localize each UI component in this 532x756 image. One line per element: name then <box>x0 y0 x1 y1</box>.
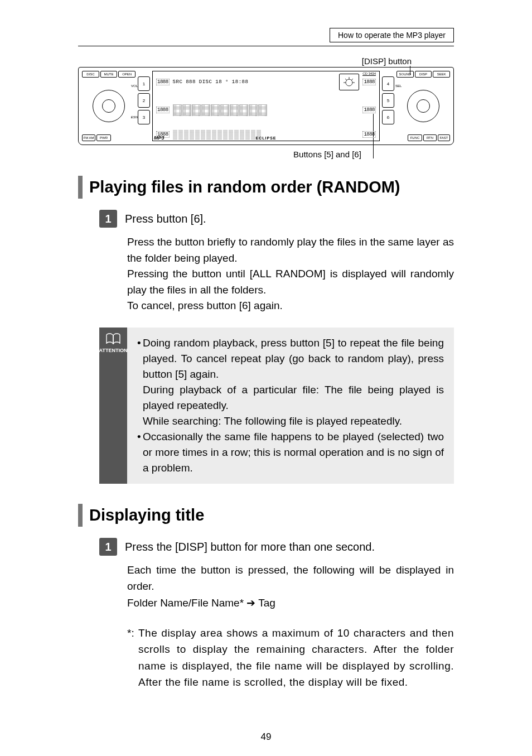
title-step-text: Press the [DISP] button for more than on… <box>125 541 375 553</box>
random-step-text: Press button [6]. <box>125 213 206 225</box>
sel-label: SEL <box>395 84 402 88</box>
seg-mid1: SRC 888 DISC 18 ° 18:88 <box>173 79 336 85</box>
faceplate-right: SOUND DISP SEEK SEL FUNC RTN FAST <box>396 71 450 141</box>
step-badge-1: 1 <box>99 210 117 228</box>
preset-4-button[interactable]: 4 <box>382 76 394 91</box>
preset-col-right: 4 5 6 <box>382 71 394 141</box>
attention-b1-text: Doing random playback, press button [5] … <box>143 335 444 382</box>
faceplate-left: DISC MUTE OPEN VOL ESN FM AM PWR <box>82 71 136 141</box>
preset-2-button[interactable]: 2 <box>138 93 150 108</box>
faceplate-diagram: DISC MUTE OPEN VOL ESN FM AM PWR 1 <box>78 67 454 145</box>
header-rule <box>78 46 454 46</box>
random-body: Press the button briefly to randomly pla… <box>127 234 454 314</box>
title-body: Each time the button is pressed, the fol… <box>127 562 454 611</box>
open-button[interactable]: OPEN <box>118 71 136 78</box>
lcd-display: CD 3434 1888 SRC 888 DISC 18 ° 18:88 188… <box>152 71 380 141</box>
preset-col-left: 1 2 3 <box>138 71 150 141</box>
top-left-buttons: DISC MUTE OPEN <box>82 71 136 78</box>
bottom-left-buttons: FM AM PWR <box>82 134 136 141</box>
mp3-label: MP3 <box>154 135 165 141</box>
book-icon <box>105 333 122 345</box>
seg-l2: 1888 <box>156 107 170 113</box>
heading-random: Playing files in random order (RANDOM) <box>78 176 454 199</box>
brand-label: ECLIPSE <box>256 136 277 140</box>
faceplate-center: 1 2 3 CD 3434 1888 SRC 888 DISC 18 ° 18:… <box>138 71 394 141</box>
sa-indicator <box>339 74 359 90</box>
rtn-button[interactable]: RTN <box>423 134 437 141</box>
pwr-button[interactable]: PWR <box>96 134 111 141</box>
title-body-line-1: Each time the button is pressed, the fol… <box>127 562 454 594</box>
sa-icon <box>343 77 355 87</box>
footnote-text: The display area shows a maximum of 10 c… <box>138 625 454 691</box>
attention-bullet-1: •Doing random playback, press button [5]… <box>137 335 444 382</box>
title-body-line-2: Folder Name/File Name* ➔ Tag <box>127 595 454 611</box>
attention-body: •Doing random playback, press button [5]… <box>127 328 454 484</box>
title-footnote: *: The display area shows a maximum of 1… <box>127 625 454 691</box>
seg-r1: 1888 <box>362 79 376 85</box>
left-knob-area: VOL ESN <box>82 78 136 134</box>
vol-label: VOL <box>131 84 138 88</box>
volume-knob[interactable] <box>93 90 125 122</box>
esn-label: ESN <box>131 115 138 119</box>
page-number: 49 <box>0 731 532 743</box>
attention-bullet-2: •Occasionally the same file happens to b… <box>137 429 444 476</box>
lcd-row-2: 1888 1888 <box>156 104 376 116</box>
bottom-right-buttons: FUNC RTN FAST <box>396 134 450 141</box>
footnote-marker: *: <box>127 625 138 691</box>
right-knob-area: SEL <box>396 78 450 134</box>
random-body-line-2: Pressing the button until [ALL RANDOM] i… <box>127 266 454 298</box>
random-body-line-1: Press the button briefly to randomly pla… <box>127 234 454 266</box>
step-badge-1b: 1 <box>99 538 117 556</box>
seg-r3: 1888 <box>362 131 376 138</box>
preset-3-button[interactable]: 3 <box>138 110 150 124</box>
header-breadcrumb-box: How to operate the MP3 player <box>330 28 454 42</box>
func-button[interactable]: FUNC <box>408 134 422 141</box>
disp-button[interactable]: DISP <box>415 71 432 78</box>
preset-6-button[interactable]: 6 <box>382 110 394 124</box>
attention-sub-1: During playback of a particular file: Th… <box>137 382 444 413</box>
attention-badge: ATTENTION <box>99 328 127 484</box>
random-step-row: 1 Press button [6]. <box>99 210 454 228</box>
seg-r2: 1888 <box>362 107 376 113</box>
fm-am-button[interactable]: FM AM <box>82 134 95 141</box>
preset-1-button[interactable]: 1 <box>138 76 150 91</box>
fast-button[interactable]: FAST <box>438 134 450 141</box>
sound-button[interactable]: SOUND <box>396 71 414 78</box>
attention-sub-2: While searching: The following file is p… <box>137 413 444 429</box>
heading-title: Displaying title <box>78 504 454 527</box>
page: How to operate the MP3 player [DISP] but… <box>0 0 532 756</box>
mute-button[interactable]: MUTE <box>100 71 118 78</box>
char-row <box>173 104 360 116</box>
diagram-label-disp: [DISP] button <box>78 56 454 66</box>
preset-5-button[interactable]: 5 <box>382 93 394 108</box>
seg-l1: 1888 <box>156 79 170 85</box>
model-label: CD 3434 <box>362 72 376 76</box>
attention-label: ATTENTION <box>99 348 128 353</box>
disc-button[interactable]: DISC <box>82 71 99 78</box>
attention-block: ATTENTION •Doing random playback, press … <box>99 328 454 484</box>
seek-button[interactable]: SEEK <box>433 71 450 78</box>
title-step-row: 1 Press the [DISP] button for more than … <box>99 538 454 556</box>
diagram-label-56: Buttons [5] and [6] <box>78 150 454 159</box>
attention-b2-text: Occasionally the same file happens to be… <box>143 429 444 476</box>
faceplate: DISC MUTE OPEN VOL ESN FM AM PWR 1 <box>78 67 454 145</box>
select-knob[interactable] <box>407 90 439 122</box>
top-right-buttons: SOUND DISP SEEK <box>396 71 450 78</box>
lcd-row-1: 1888 SRC 888 DISC 18 ° 18:88 1888 <box>156 74 376 90</box>
random-body-line-3: To cancel, press button [6] again. <box>127 298 454 314</box>
